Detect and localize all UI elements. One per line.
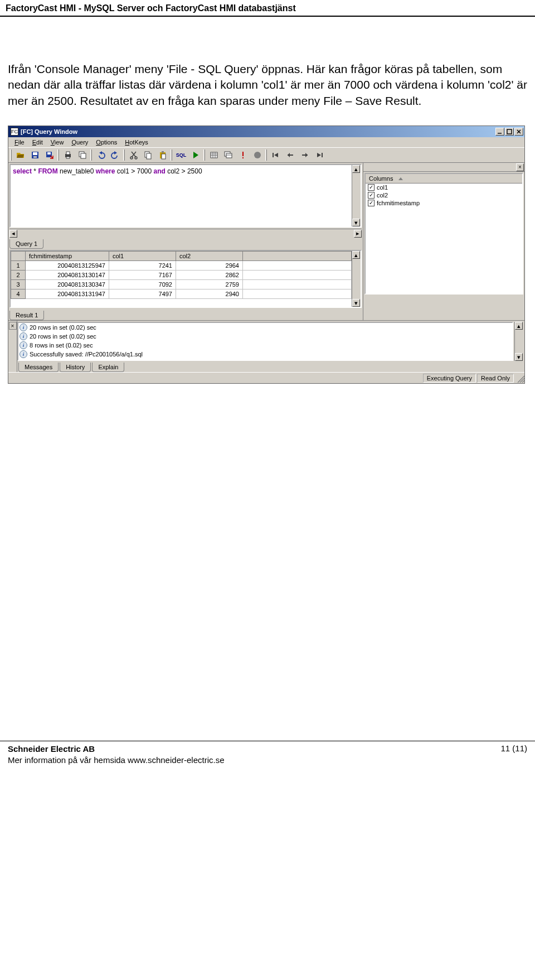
scroll-right-icon[interactable]: ▸	[354, 230, 362, 238]
result-tab[interactable]: Result 1	[9, 311, 44, 320]
exclaim-icon[interactable]	[236, 149, 250, 161]
scroll-down-icon[interactable]: ▾	[515, 353, 523, 361]
log-vscroll[interactable]: ▴ ▾	[514, 322, 523, 361]
query-editor-panel: select * FROM new_table0 where col1 > 70…	[9, 164, 362, 228]
scroll-left-icon[interactable]: ◂	[9, 230, 17, 238]
cell[interactable]: 2940	[176, 289, 243, 299]
row-number: 2	[11, 271, 26, 280]
checkbox-icon[interactable]: ✓	[368, 200, 374, 206]
editor-vscroll[interactable]: ▴ ▾	[352, 165, 361, 226]
svg-point-12	[130, 157, 133, 159]
column-item[interactable]: ✓col2	[366, 191, 522, 199]
copy-icon[interactable]	[142, 149, 155, 161]
titlebar[interactable]: FC [FC] Query Window	[8, 126, 524, 137]
svg-rect-9	[66, 157, 70, 158]
cut-icon[interactable]	[127, 149, 140, 161]
columns-header-label: Columns	[369, 175, 393, 182]
results-vscroll[interactable]: ▴ ▾	[352, 251, 361, 307]
column-item[interactable]: ✓col1	[366, 184, 522, 191]
cell[interactable]: 7241	[109, 261, 176, 271]
resize-grip-icon[interactable]	[515, 374, 524, 383]
cell[interactable]: 20040813130347	[26, 280, 109, 289]
menu-view[interactable]: View	[47, 138, 68, 147]
table-row[interactable]: 32004081313034770922759	[11, 280, 352, 289]
svg-rect-21	[226, 153, 232, 158]
close-button[interactable]	[514, 128, 523, 136]
cell[interactable]: 20040813131947	[26, 289, 109, 299]
rownum-header[interactable]	[11, 252, 26, 261]
save-icon[interactable]	[28, 149, 42, 161]
columns-header[interactable]: Columns	[366, 174, 522, 184]
menu-hotkeys[interactable]: HotKeys	[121, 138, 152, 147]
scroll-down-icon[interactable]: ▾	[352, 219, 360, 226]
paste-icon[interactable]	[156, 149, 169, 161]
table-row[interactable]: 42004081313194774972940	[11, 289, 352, 299]
svg-rect-28	[322, 153, 323, 157]
col-header[interactable]: col2	[176, 252, 243, 261]
column-item[interactable]: ✓fchmitimestamp	[366, 199, 522, 207]
columns-panel-header-row: ×	[363, 163, 524, 172]
sql-icon[interactable]: SQL	[174, 149, 188, 161]
log-tab-messages[interactable]: Messages	[18, 363, 59, 372]
scroll-up-icon[interactable]: ▴	[352, 251, 360, 259]
query-tab[interactable]: Query 1	[9, 239, 43, 249]
log-close-icon[interactable]: ×	[9, 322, 17, 330]
col-header[interactable]: fchmitimestamp	[26, 252, 109, 261]
menu-query[interactable]: Query	[67, 138, 92, 147]
editor-hscroll[interactable]: ◂ ▸	[9, 229, 362, 238]
cell[interactable]: 7167	[109, 271, 176, 280]
page-header-text: FactoryCast HMI - MySQL Server och Facto…	[6, 3, 296, 13]
redo-icon[interactable]	[109, 149, 122, 161]
svg-rect-4	[33, 156, 37, 158]
log-text: Successfully saved: //Pc2001056/a/q1.sql	[30, 351, 143, 358]
scroll-down-icon[interactable]: ▾	[352, 299, 360, 307]
app-icon: FC	[11, 128, 18, 136]
cell[interactable]: 2759	[176, 280, 243, 289]
cell[interactable]: 2862	[176, 271, 243, 280]
col-header[interactable]: col1	[109, 252, 176, 261]
maximize-button[interactable]	[505, 128, 514, 136]
log-tab-explain[interactable]: Explain	[92, 363, 124, 372]
execute-icon[interactable]	[189, 149, 202, 161]
checkbox-icon[interactable]: ✓	[368, 192, 374, 199]
columns-panel: × Columns ✓col1✓col2✓fchmitimestamp	[363, 163, 524, 320]
log-tab-history[interactable]: History	[60, 363, 91, 372]
scroll-up-icon[interactable]: ▴	[352, 165, 360, 173]
print-icon[interactable]	[61, 149, 75, 161]
save-as-icon[interactable]	[43, 149, 56, 161]
columns-close-icon[interactable]: ×	[516, 163, 524, 171]
open-icon[interactable]	[14, 149, 27, 161]
row-first-icon[interactable]	[269, 149, 283, 161]
stop-icon[interactable]	[251, 149, 264, 161]
cell[interactable]: 20040813130147	[26, 271, 109, 280]
cell[interactable]: 20040813125947	[26, 261, 109, 271]
checkbox-icon[interactable]: ✓	[368, 184, 374, 191]
menu-edit[interactable]: Edit	[28, 138, 47, 147]
menu-file[interactable]: File	[11, 138, 28, 147]
log-panel: × i20 rows in set (0.02) seci20 rows in …	[8, 320, 524, 372]
row-number: 4	[11, 289, 26, 299]
row-prev-icon[interactable]	[284, 149, 297, 161]
log-lines: i20 rows in set (0.02) seci20 rows in se…	[17, 322, 513, 361]
results-grid: fchmitimestamp col1 col2 120040813125947…	[11, 251, 352, 299]
row-next-icon[interactable]	[298, 149, 312, 161]
minimize-button[interactable]	[495, 128, 504, 136]
results-panel: fchmitimestamp col1 col2 120040813125947…	[9, 250, 362, 308]
grid2-icon[interactable]	[222, 149, 235, 161]
cell[interactable]: 7497	[109, 289, 176, 299]
menubar: File Edit View Query Options HotKeys	[8, 137, 524, 148]
undo-icon[interactable]	[94, 149, 108, 161]
table-row[interactable]: 12004081312594772412964	[11, 261, 352, 271]
svg-rect-25	[273, 153, 274, 157]
row-last-icon[interactable]	[313, 149, 326, 161]
cell[interactable]: 2964	[176, 261, 243, 271]
svg-rect-19	[211, 152, 217, 158]
menu-options[interactable]: Options	[92, 138, 121, 147]
scroll-up-icon[interactable]: ▴	[515, 322, 523, 330]
new-window-icon[interactable]	[76, 149, 89, 161]
cell[interactable]: 7092	[109, 280, 176, 289]
sort-ascending-icon	[398, 177, 403, 180]
table-row[interactable]: 22004081313014771672862	[11, 271, 352, 280]
grid-icon[interactable]	[207, 149, 221, 161]
query-editor[interactable]: select * FROM new_table0 where col1 > 70…	[11, 165, 352, 226]
